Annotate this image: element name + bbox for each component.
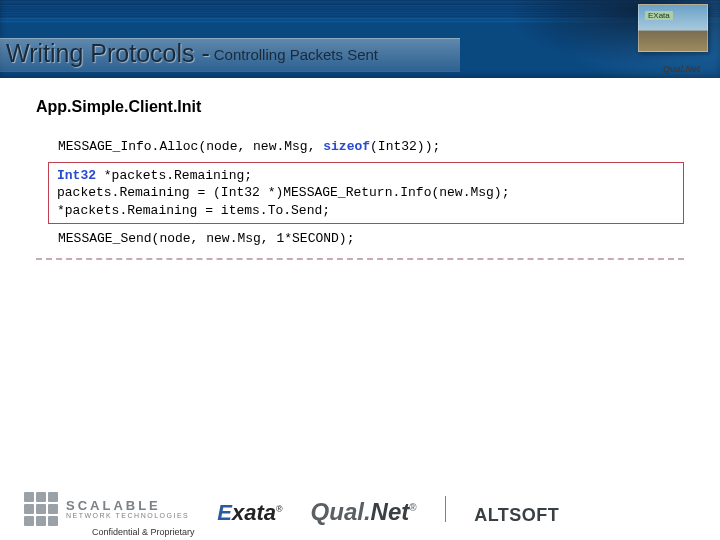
qualnet-net: Net — [371, 498, 410, 525]
code-type: Int32 — [57, 168, 96, 183]
code-text: (Int32)); — [370, 139, 440, 154]
scalable-grid-icon — [24, 492, 58, 526]
logo-scalable: SCALABLE NETWORK TECHNOLOGIES — [24, 492, 189, 526]
header-thumbnail: EXata — [638, 4, 708, 52]
registered-mark: ® — [276, 504, 283, 514]
exata-xata: xata — [232, 500, 276, 525]
thumb-brand: Qual.Net — [663, 64, 700, 74]
slide-title: Writing Protocols - — [6, 39, 210, 68]
footer-logos: SCALABLE NETWORK TECHNOLOGIES Exata® Qua… — [0, 492, 720, 526]
logo-exata: Exata® — [217, 500, 282, 526]
scalable-tagline: NETWORK TECHNOLOGIES — [66, 512, 189, 519]
slide-subtitle: Controlling Packets Sent — [214, 46, 378, 63]
registered-mark: ® — [409, 502, 416, 513]
scalable-text: SCALABLE NETWORK TECHNOLOGIES — [66, 499, 189, 519]
logo-qualnet: Qual.Net® — [311, 498, 417, 526]
code-text: *packets.Remaining; — [96, 168, 252, 183]
section-heading: App.Simple.Client.Init — [36, 98, 684, 116]
code-keyword: sizeof — [323, 139, 370, 154]
code-line: packets.Remaining = (Int32 *)MESSAGE_Ret… — [57, 184, 675, 202]
qualnet-qual: Qual. — [311, 498, 371, 525]
highlight-box: Int32 *packets.Remaining; packets.Remain… — [48, 162, 684, 225]
logo-altsoft: ALTSOFT — [474, 505, 559, 526]
code-line: MESSAGE_Send(node, new.Msg, 1*SECOND); — [36, 230, 684, 248]
logo-divider — [445, 496, 447, 522]
code-line: MESSAGE_Info.Alloc(node, new.Msg, sizeof… — [36, 138, 684, 156]
confidential-label: Confidential & Proprietary — [92, 527, 195, 537]
slide-body: App.Simple.Client.Init MESSAGE_Info.Allo… — [0, 78, 720, 260]
slide-header: EXata Qual.Net Writing Protocols - Contr… — [0, 0, 720, 78]
code-line: Int32 *packets.Remaining; — [57, 167, 675, 185]
thumb-badge: EXata — [645, 11, 673, 20]
title-bar: Writing Protocols - Controlling Packets … — [0, 38, 460, 72]
scalable-name: SCALABLE — [66, 499, 189, 512]
code-text: MESSAGE_Info.Alloc(node, new.Msg, — [58, 139, 323, 154]
code-block: MESSAGE_Info.Alloc(node, new.Msg, sizeof… — [36, 138, 684, 260]
code-line: *packets.Remaining = items.To.Send; — [57, 202, 675, 220]
exata-e: E — [217, 500, 232, 525]
